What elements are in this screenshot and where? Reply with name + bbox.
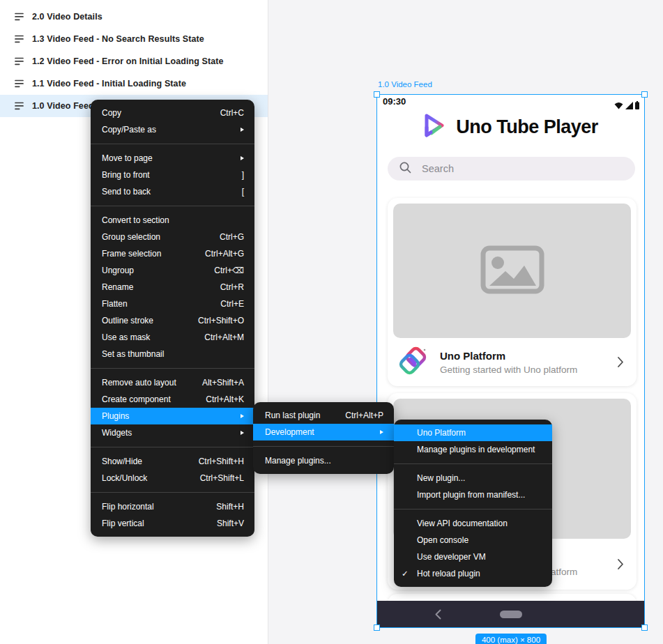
frame-list-icon <box>15 57 24 66</box>
menu-item-group-selection[interactable]: Group selectionCtrl+G <box>91 229 254 245</box>
play-logo-icon <box>423 112 445 141</box>
menu-separator <box>91 492 254 493</box>
menu-item-send-to-back[interactable]: Send to back[ <box>91 183 254 200</box>
menu-item-ungroup[interactable]: UngroupCtrl+⌫ <box>91 262 254 279</box>
menu-item-flatten[interactable]: FlattenCtrl+E <box>91 296 254 312</box>
menu-item-label: Frame selection <box>102 249 161 259</box>
menu-item-widgets[interactable]: Widgets <box>91 424 254 441</box>
menu-item-label: Open console <box>417 535 468 545</box>
menu-item-label: View API documentation <box>417 519 508 528</box>
search-input[interactable]: Search <box>388 157 635 181</box>
home-indicator[interactable] <box>500 611 522 618</box>
menu-item-hot-reload-plugin[interactable]: ✓Hot reload plugin <box>394 565 552 582</box>
menu-item-shortcut: Ctrl+Alt+G <box>187 249 244 259</box>
menu-item-shortcut: Ctrl+Shift+O <box>180 316 244 325</box>
menu-item-label: Hot reload plugin <box>417 569 480 578</box>
menu-item-open-console[interactable]: Open console <box>394 532 552 549</box>
video-card[interactable]: Uno Platform Getting started with Uno pl… <box>388 198 637 386</box>
sidebar-item-1-2-video-feed-error-on-initial-loading-state[interactable]: 1.2 Video Feed - Error on Initial Loadin… <box>0 50 268 72</box>
menu-item-plugins[interactable]: Plugins <box>91 408 254 424</box>
menu-item-new-plugin[interactable]: New plugin... <box>394 470 552 486</box>
menu-item-label: Plugins <box>102 411 129 421</box>
menu-item-manage-plugins[interactable]: Manage plugins... <box>253 452 394 469</box>
submenu-arrow-icon <box>380 430 383 434</box>
menu-item-label: Run last plugin <box>265 411 320 420</box>
menu-item-flip-vertical[interactable]: Flip verticalShift+V <box>91 515 254 532</box>
sidebar-item-2-0-video-details[interactable]: 2.0 Video Details <box>0 6 268 28</box>
menu-item-remove-auto-layout[interactable]: Remove auto layoutAlt+Shift+A <box>91 374 254 391</box>
menu-item-label: Copy/Paste as <box>102 125 156 135</box>
menu-item-run-last-plugin[interactable]: Run last pluginCtrl+Alt+P <box>253 407 394 424</box>
menu-item-show-hide[interactable]: Show/HideCtrl+Shift+H <box>91 453 254 470</box>
sidebar-item-1-1-video-feed-initial-loading-state[interactable]: 1.1 Video Feed - Initial Loading State <box>0 72 268 95</box>
sidebar-item-1-3-video-feed-no-search-results-state[interactable]: 1.3 Video Feed - No Search Results State <box>0 28 268 50</box>
menu-item-label: Rename <box>102 282 133 292</box>
menu-item-copy-paste-as[interactable]: Copy/Paste as <box>91 121 254 138</box>
menu-item-create-component[interactable]: Create componentCtrl+Alt+K <box>91 391 254 408</box>
back-chevron-icon[interactable] <box>435 609 441 620</box>
menu-item-shortcut: Ctrl+R <box>202 282 244 292</box>
menu-item-rename[interactable]: RenameCtrl+R <box>91 279 254 296</box>
video-title: Uno Platform <box>440 350 577 362</box>
selection-handle-top-right[interactable] <box>641 91 648 98</box>
search-placeholder: Search <box>422 163 454 174</box>
menu-item-use-developer-vm[interactable]: Use developer VM <box>394 549 552 565</box>
menu-item-label: Set as thumbnail <box>102 349 164 359</box>
menu-item-label: Manage plugins in development <box>417 445 535 454</box>
video-thumbnail-placeholder <box>393 204 631 338</box>
menu-item-shortcut: Ctrl+Alt+M <box>186 332 244 342</box>
status-bar-time: 09:30 <box>383 96 406 107</box>
search-icon <box>399 161 412 177</box>
menu-item-flip-horizontal[interactable]: Flip horizontalShift+H <box>91 498 254 515</box>
menu-item-label: New plugin... <box>417 473 465 483</box>
frame-title-label[interactable]: 1.0 Video Feed <box>378 80 432 89</box>
menu-item-label: Use developer VM <box>417 552 486 562</box>
menu-item-shortcut: Shift+V <box>199 519 244 528</box>
submenu-arrow-icon <box>241 128 244 132</box>
uno-platform-logo-icon <box>397 345 429 380</box>
android-nav-bar <box>377 601 644 627</box>
menu-item-label: Use as mask <box>102 332 150 342</box>
menu-item-label: Flatten <box>102 299 128 309</box>
menu-item-import-plugin-from-manifest[interactable]: Import plugin from manifest... <box>394 486 552 503</box>
menu-item-development[interactable]: Development <box>253 424 394 440</box>
menu-item-lock-unlock[interactable]: Lock/UnlockCtrl+Shift+L <box>91 470 254 486</box>
app-header[interactable]: Uno Tube Player <box>377 109 644 144</box>
chevron-right-icon <box>617 558 624 570</box>
menu-item-label: Flip vertical <box>102 519 144 528</box>
menu-item-label: Manage plugins... <box>265 456 331 466</box>
selection-handle-bottom-left[interactable] <box>374 624 380 631</box>
menu-item-uno-platform[interactable]: Uno Platform <box>394 424 552 441</box>
video-subtitle: Getting started with Uno platform <box>440 365 577 375</box>
menu-item-outline-stroke[interactable]: Outline strokeCtrl+Shift+O <box>91 312 254 329</box>
menu-item-frame-selection[interactable]: Frame selectionCtrl+Alt+G <box>91 245 254 262</box>
sidebar-item-label: 1.1 Video Feed - Initial Loading State <box>32 79 186 89</box>
menu-item-manage-plugins-in-development[interactable]: Manage plugins in development <box>394 441 552 458</box>
menu-item-bring-to-front[interactable]: Bring to front] <box>91 167 254 183</box>
menu-item-shortcut: Ctrl+C <box>202 108 244 118</box>
menu-separator <box>394 509 552 509</box>
selection-handle-bottom-right[interactable] <box>641 624 648 631</box>
menu-separator <box>91 144 254 144</box>
menu-item-convert-to-section[interactable]: Convert to section <box>91 212 254 229</box>
menu-item-shortcut: Ctrl+Alt+K <box>188 394 244 404</box>
menu-item-shortcut: Shift+H <box>198 502 244 512</box>
sidebar-item-label: 1.3 Video Feed - No Search Results State <box>32 34 204 44</box>
menu-separator <box>253 446 394 447</box>
menu-item-copy[interactable]: CopyCtrl+C <box>91 105 254 121</box>
frame-list-icon <box>15 35 24 43</box>
menu-item-label: Bring to front <box>102 170 150 180</box>
selection-handle-top-left[interactable] <box>374 91 380 98</box>
menu-item-use-as-mask[interactable]: Use as maskCtrl+Alt+M <box>91 329 254 346</box>
menu-item-label: Group selection <box>102 232 160 242</box>
menu-item-label: Remove auto layout <box>102 378 176 388</box>
context-menu: CopyCtrl+CCopy/Paste asMove to pageBring… <box>91 100 254 537</box>
menu-item-set-as-thumbnail[interactable]: Set as thumbnail <box>91 346 254 362</box>
chevron-right-icon <box>617 356 624 368</box>
menu-item-label: Send to back <box>102 187 151 197</box>
menu-item-view-api-documentation[interactable]: View API documentation <box>394 515 552 532</box>
menu-item-move-to-page[interactable]: Move to page <box>91 150 254 167</box>
menu-item-label: Lock/Unlock <box>102 473 147 483</box>
video-list-row[interactable]: Uno Platform Getting started with Uno pl… <box>388 338 637 386</box>
menu-item-label: Show/Hide <box>102 457 142 466</box>
